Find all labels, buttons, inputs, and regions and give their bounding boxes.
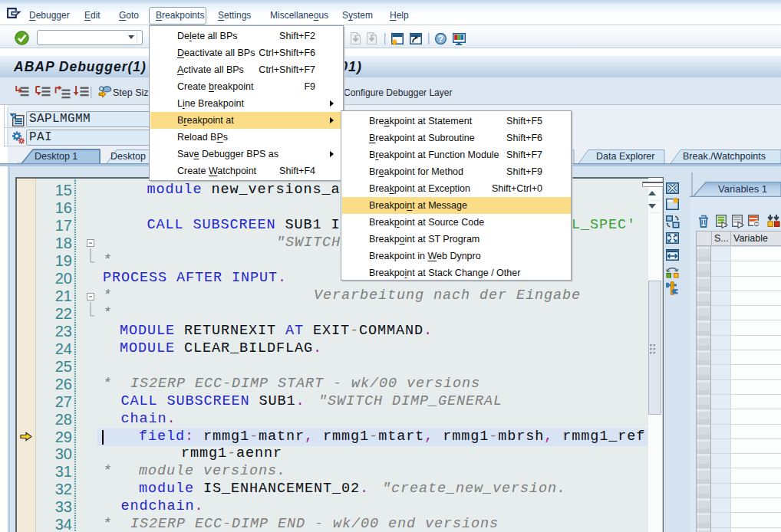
svg-text:?: ?: [438, 34, 443, 44]
